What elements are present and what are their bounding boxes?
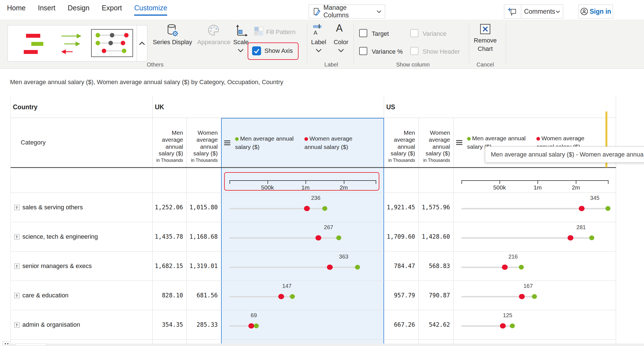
comments-button[interactable]: Comments — [504, 4, 563, 18]
category-cell[interactable]: senior managers & execs — [11, 252, 153, 281]
ribbon-tabs: Home Insert Design Export Customize — [7, 4, 167, 16]
red-dot-icon — [536, 137, 540, 141]
uk-men-value: 1,435.78 — [153, 222, 187, 251]
variance-checkbox — [410, 29, 418, 37]
us-group-header[interactable]: US — [384, 96, 616, 118]
axis-tick — [267, 180, 268, 184]
country-header-row: Country UK US — [11, 96, 616, 118]
category-cell[interactable]: sales & serving others — [11, 193, 153, 222]
salary-table: Country UK US Category Men average annua… — [10, 96, 616, 346]
us-dot-plot-cell[interactable]: 216 — [454, 252, 616, 281]
remove-chart-icon[interactable] — [480, 23, 491, 35]
diff-label: 167 — [524, 283, 533, 289]
uk-dot-plot-cell[interactable]: 236 — [221, 193, 384, 222]
us-dot-plot-cell[interactable]: 125 — [454, 310, 616, 339]
gallery-collapse-button[interactable] — [137, 25, 147, 61]
group-divider — [307, 23, 307, 64]
chart-type-dot-plot-thumbnail-selected[interactable] — [91, 29, 133, 57]
axis-tick-label: 1m — [534, 184, 542, 191]
diff-label: 281 — [576, 224, 586, 231]
men-dot — [290, 294, 295, 299]
us-dot-plot-cell[interactable]: 345 — [454, 193, 616, 222]
us-dot-plot-cell[interactable]: 281 — [454, 222, 616, 251]
uk-group-header[interactable]: UK — [153, 96, 384, 118]
group-label-show-column: Show column — [395, 61, 431, 68]
tab-customize[interactable]: Customize — [134, 4, 167, 16]
tooltip-text: Men average annual salary ($) - Women av… — [491, 151, 643, 158]
uk-dot-plot-cell[interactable]: 363 — [221, 252, 384, 281]
variance-pct-checkbox[interactable] — [359, 47, 367, 55]
expand-icon[interactable] — [14, 234, 20, 240]
uk-men-value: 354.35 — [153, 310, 187, 339]
sign-in-button[interactable]: Sign in — [578, 4, 613, 18]
drag-handle-icon[interactable] — [456, 140, 462, 145]
scroll-corner-handle[interactable] — [2, 341, 11, 346]
group-label-label: Label — [319, 61, 344, 68]
color-button-label[interactable]: Color — [332, 39, 351, 46]
scale-dropdown-chevron-icon[interactable] — [238, 49, 244, 53]
diff-label: 69 — [251, 312, 257, 319]
series-display-icon[interactable] — [166, 23, 179, 37]
category-cell[interactable]: care & education — [11, 281, 153, 310]
expand-icon[interactable] — [14, 264, 20, 269]
top-menu-bar: Home Insert Design Export Customize Mana… — [0, 0, 644, 20]
horizontal-scrollbar-thumb[interactable] — [15, 343, 47, 346]
svg-text:A: A — [314, 30, 318, 36]
tab-insert[interactable]: Insert — [38, 4, 56, 16]
color-icon[interactable]: A — [336, 22, 343, 34]
fill-pattern-label: Fill Pattern — [266, 29, 302, 36]
country-header-cell: Country — [11, 96, 153, 118]
uk-chart-column-header-selected[interactable]: Men average annual salary ($) Women aver… — [221, 118, 384, 167]
unit-label: in Thousands — [388, 158, 415, 163]
target-label[interactable]: Target — [372, 30, 389, 37]
us-men-value: 784.47 — [384, 252, 419, 281]
remove-chart-label-line2[interactable]: Chart — [471, 45, 499, 53]
uk-dot-plot-cell[interactable]: 267 — [221, 222, 384, 251]
appearance-palette-icon — [207, 24, 220, 36]
label-dropdown-chevron-icon[interactable] — [316, 49, 322, 53]
series-display-label[interactable]: Series Display — [150, 39, 195, 46]
add-comment-icon[interactable] — [504, 5, 521, 18]
tab-design[interactable]: Design — [68, 4, 89, 16]
axis-tick-label: 500k — [493, 184, 506, 191]
uk-dot-plot-cell[interactable]: 147 — [221, 281, 384, 310]
label-icon[interactable]: A — [312, 23, 324, 36]
show-axis-label[interactable]: Show Axis — [264, 47, 293, 54]
us-dot-plot-cell[interactable]: 167 — [454, 281, 616, 310]
group-divider — [506, 23, 506, 64]
us-axis-cell: 500k1m2m — [454, 168, 616, 193]
men-dot — [336, 236, 341, 240]
variance-label: Variance — [423, 30, 446, 37]
category-cell[interactable]: admin & organisation — [11, 310, 153, 339]
diff-label: 267 — [324, 224, 333, 231]
tab-export[interactable]: Export — [102, 4, 122, 16]
us-women-column-header[interactable]: Women average annual salary ($) in Thous… — [419, 118, 454, 167]
remove-chart-label-line1[interactable]: Remove — [471, 37, 499, 44]
expand-icon[interactable] — [14, 293, 20, 298]
variance-pct-label[interactable]: Variance % — [372, 48, 403, 55]
us-women-value: 1,575.96 — [419, 193, 454, 222]
category-cell[interactable]: science, tech & engineering — [11, 222, 153, 251]
us-men-column-header[interactable]: Men average annual salary ($) in Thousan… — [384, 118, 419, 167]
uk-men-column-header[interactable]: Men average annual salary ($) in Thousan… — [153, 118, 187, 167]
tab-home[interactable]: Home — [7, 4, 26, 16]
drag-handle-icon[interactable] — [224, 141, 230, 145]
legend-men: Men average annual salary ($) — [235, 134, 294, 151]
expand-icon[interactable] — [14, 205, 20, 210]
show-axis-checkbox[interactable] — [252, 46, 261, 55]
chart-type-bars-thumbnail[interactable] — [21, 33, 52, 54]
scale-icon[interactable] — [235, 23, 248, 37]
diff-label: 125 — [503, 312, 512, 319]
red-bar — [24, 50, 38, 54]
uk-women-column-header[interactable]: Women average annual salary ($) in Thous… — [187, 118, 221, 167]
manage-columns-button[interactable]: Manage Columns — [309, 4, 385, 18]
chart-type-arrows-thumbnail[interactable] — [60, 32, 83, 56]
expand-icon[interactable] — [14, 322, 20, 328]
horizontal-scrollbar-track[interactable] — [10, 343, 644, 346]
label-button-label[interactable]: Label — [309, 39, 328, 46]
color-dropdown-chevron-icon[interactable] — [338, 49, 344, 53]
chart-type-gallery — [8, 25, 147, 61]
target-checkbox[interactable] — [359, 29, 367, 37]
diff-label: 363 — [339, 253, 348, 260]
uk-dot-plot-cell[interactable]: 69 — [221, 310, 384, 339]
